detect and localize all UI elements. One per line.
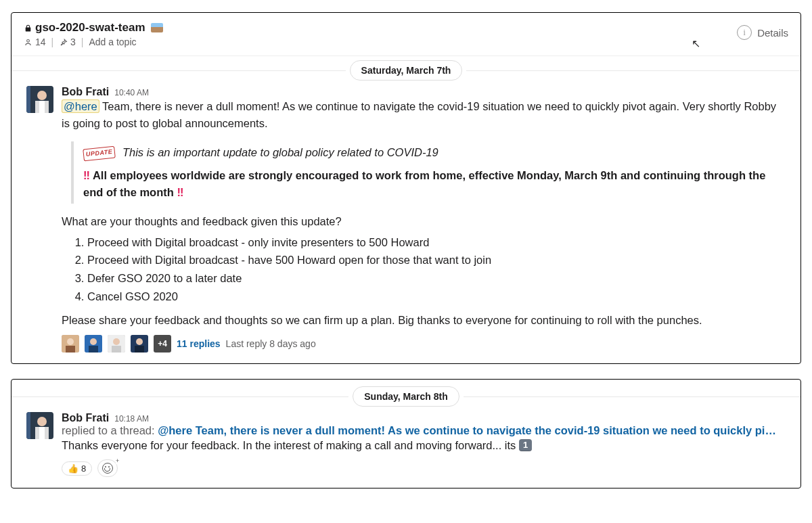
svg-point-20	[37, 417, 47, 426]
update-stamp-icon: UPDATE	[83, 145, 116, 160]
member-count[interactable]: 14	[24, 37, 45, 47]
reactions-row: 👍 8 +	[62, 459, 786, 477]
message-time[interactable]: 10:18 AM	[114, 414, 149, 424]
date-pill[interactable]: Saturday, March 7th	[350, 60, 463, 81]
thread-avatar	[85, 335, 102, 353]
svg-rect-19	[26, 412, 30, 439]
svg-point-3	[37, 91, 47, 100]
thread-context-link[interactable]: @here Team, there is never a dull moment…	[158, 424, 776, 436]
svg-rect-2	[26, 86, 30, 113]
message-author[interactable]: Bob Frati	[62, 86, 109, 98]
date-divider: Saturday, March 7th	[12, 60, 800, 81]
reaction-count: 8	[81, 463, 86, 474]
svg-rect-5	[39, 101, 45, 113]
last-reply-meta: Last reply 8 days ago	[226, 337, 316, 351]
message-2: Bob Frati 10:18 AM replied to a thread: …	[12, 409, 800, 481]
date-pill[interactable]: Sunday, March 8th	[353, 386, 459, 407]
options-list: Proceed with Digital broadcast - only in…	[62, 234, 786, 305]
channel-name: gso-2020-swat-team	[35, 21, 145, 35]
smiley-icon	[102, 463, 113, 474]
svg-rect-22	[39, 427, 45, 439]
add-topic-link[interactable]: Add a topic	[89, 37, 136, 47]
message-time[interactable]: 10:40 AM	[114, 88, 149, 97]
svg-rect-14	[112, 346, 121, 353]
here-mention[interactable]: @here	[62, 99, 99, 113]
thumbsup-icon: 👍	[68, 463, 78, 474]
svg-rect-8	[66, 346, 75, 353]
info-icon: i	[737, 25, 752, 40]
message-text-1: Team, there is never a dull moment! As w…	[62, 100, 776, 129]
mouse-cursor-icon: ↖	[692, 37, 700, 50]
message-header: Bob Frati 10:40 AM	[62, 86, 786, 98]
closing-text: Please share your feedback and thoughts …	[62, 312, 786, 329]
details-button[interactable]: i Details	[737, 21, 788, 40]
list-item: Proceed with Digital broadcast - have 50…	[87, 252, 786, 269]
channel-subheader: 14 | 3 | Add a topic	[24, 37, 163, 47]
lock-icon	[24, 24, 32, 32]
quoted-attachment: UPDATE This is an important update to gl…	[71, 141, 786, 204]
reply-context-prefix: replied to a thread:	[62, 424, 158, 436]
list-item: Defer GSO 2020 to a later date	[87, 270, 786, 287]
channel-title[interactable]: gso-2020-swat-team	[24, 21, 163, 35]
message-panel-1: ↖ gso-2020-swat-team 14 | 3 | Add a topi…	[11, 12, 801, 364]
svg-rect-17	[135, 346, 144, 353]
list-item: Proceed with Digital broadcast - only in…	[87, 234, 786, 251]
list-item: Cancel GSO 2020	[87, 288, 786, 305]
date-divider: Sunday, March 8th	[12, 386, 800, 407]
followup-question: What are your thoughts and feedback give…	[62, 213, 786, 230]
avatar[interactable]	[26, 86, 53, 113]
message-body: Thanks everyone for your feedback. In th…	[62, 437, 786, 454]
svg-point-16	[136, 338, 143, 345]
svg-point-13	[113, 338, 120, 345]
thread-avatar	[108, 335, 125, 353]
thread-avatar	[62, 335, 79, 353]
bangbang-icon: ‼	[177, 186, 183, 198]
thread-reply-context: replied to a thread: @here Team, there i…	[62, 424, 786, 437]
svg-point-7	[67, 338, 74, 345]
message-body: @here Team, there is never a dull moment…	[62, 98, 786, 353]
quote-intro: This is an important update to global po…	[122, 146, 438, 158]
svg-point-0	[27, 39, 30, 42]
thread-avatar	[131, 335, 148, 353]
keycap-one-icon: 1	[519, 439, 532, 451]
channel-emoji-icon	[151, 23, 163, 32]
message-1: Bob Frati 10:40 AM @here Team, there is …	[12, 83, 800, 357]
svg-point-10	[90, 338, 97, 345]
add-reaction-button[interactable]: +	[97, 459, 118, 477]
reaction-thumbsup[interactable]: 👍 8	[62, 461, 92, 476]
thread-avatar-overflow: +4	[154, 335, 171, 353]
reply-body-text: Thanks everyone for your feedback. In th…	[62, 439, 519, 451]
message-header: Bob Frati 10:18 AM	[62, 412, 786, 424]
thread-summary[interactable]: +4 11 replies Last reply 8 days ago	[62, 335, 786, 353]
plus-icon: +	[116, 458, 119, 464]
message-panel-2: Sunday, March 8th Bob Frati 10:18 AM rep…	[11, 379, 801, 488]
message-author[interactable]: Bob Frati	[62, 412, 109, 424]
svg-rect-11	[89, 346, 98, 353]
quote-main: All employees worldwide are strongly enc…	[83, 169, 765, 198]
channel-header: gso-2020-swat-team 14 | 3 | Add a topic …	[12, 13, 800, 56]
avatar[interactable]	[26, 412, 53, 439]
bangbang-icon: ‼	[83, 169, 90, 181]
channel-info: gso-2020-swat-team 14 | 3 | Add a topic	[24, 21, 163, 47]
pinned-count[interactable]: 3	[59, 37, 76, 47]
replies-link[interactable]: 11 replies	[177, 337, 221, 351]
details-label: Details	[757, 27, 788, 39]
